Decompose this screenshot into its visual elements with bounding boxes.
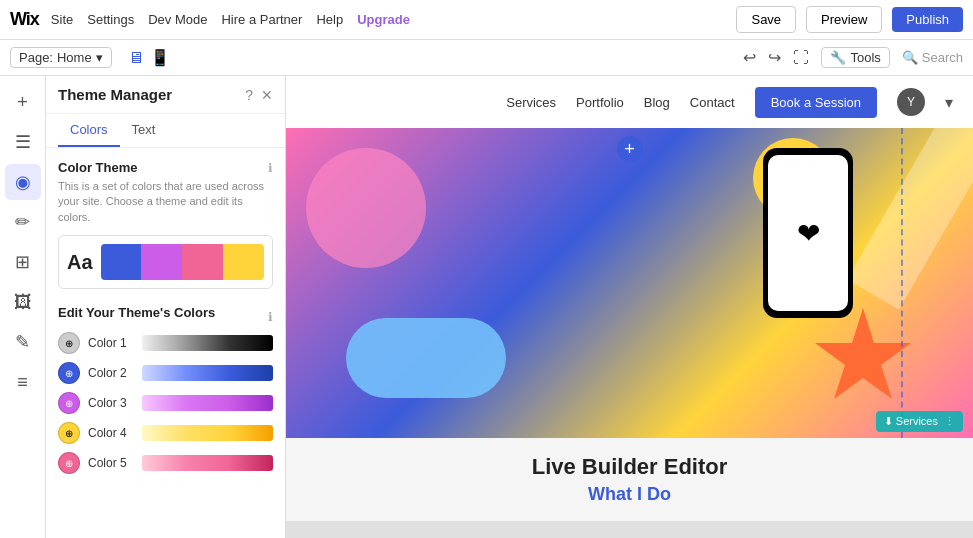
nav-settings[interactable]: Settings (87, 12, 134, 27)
theme-panel-body: Color Theme ℹ This is a set of colors th… (46, 148, 285, 538)
theme-panel-title: Theme Manager (58, 86, 172, 103)
help-icon[interactable]: ? (245, 87, 253, 103)
nav-contact[interactable]: Contact (690, 95, 735, 110)
color-gradient-1[interactable] (142, 335, 273, 351)
swatch-3 (182, 244, 223, 280)
edit-section-header: Edit Your Theme's Colors ℹ (58, 305, 273, 328)
chevron-down-icon[interactable]: ▾ (945, 93, 953, 112)
nav-blog[interactable]: Blog (644, 95, 670, 110)
tab-text[interactable]: Text (120, 114, 168, 147)
phone-screen: ❤ (768, 155, 848, 311)
top-bar: Wix Site Settings Dev Mode Hire a Partne… (0, 0, 973, 40)
color-gradient-2[interactable] (142, 365, 273, 381)
color-dot-4[interactable]: ⊕ (58, 422, 80, 444)
tools-button[interactable]: 🔧 Tools (821, 47, 889, 68)
color-theme-title: Color Theme (58, 160, 137, 175)
page-label: Page: (19, 50, 53, 65)
nav-site[interactable]: Site (51, 12, 73, 27)
search-label: Search (922, 50, 963, 65)
sidebar-icon-add[interactable]: + (5, 84, 41, 120)
sidebar-icon-theme[interactable]: ◉ (5, 164, 41, 200)
dashed-line (901, 128, 903, 438)
color-dot-1[interactable]: ⊕ (58, 332, 80, 354)
save-button[interactable]: Save (736, 6, 796, 33)
color-row-5: ⊕ Color 5 (58, 452, 273, 474)
device-icons: 🖥 📱 (128, 48, 170, 67)
color-row-1: ⊕ Color 1 (58, 332, 273, 354)
desktop-icon[interactable]: 🖥 (128, 49, 144, 67)
shape-circle-pink (306, 148, 426, 268)
theme-panel-header: Theme Manager ? ✕ (46, 76, 285, 114)
sidebar-icon-apps[interactable]: ⊞ (5, 244, 41, 280)
search-icon: 🔍 (902, 50, 918, 65)
page-selector[interactable]: Page: Home ▾ (10, 47, 112, 68)
color-dot-3[interactable]: ⊕ (58, 392, 80, 414)
shape-white-bar (847, 128, 973, 310)
undo-button[interactable]: ↩ (743, 48, 756, 67)
tab-colors[interactable]: Colors (58, 114, 120, 147)
color-dot-2[interactable]: ⊕ (58, 362, 80, 384)
color-theme-header: Color Theme ℹ (58, 160, 273, 175)
preview-button[interactable]: Preview (806, 6, 882, 33)
top-bar-left: Wix Site Settings Dev Mode Hire a Partne… (10, 9, 410, 30)
color-row-2: ⊕ Color 2 (58, 362, 273, 384)
hero-section: ❤ + ⬇ Services ⋮ (286, 128, 973, 438)
shape-blob-blue (346, 318, 506, 398)
what-i-do-title: What I Do (302, 484, 957, 505)
color-gradient-3[interactable] (142, 395, 273, 411)
secondary-right: ↩ ↪ ⛶ 🔧 Tools 🔍 Search (743, 47, 963, 68)
redo-button[interactable]: ↪ (768, 48, 781, 67)
site-header: Services Portfolio Blog Contact Book a S… (286, 76, 973, 128)
color-theme-desc: This is a set of colors that are used ac… (58, 179, 273, 225)
sidebar-icon-edit[interactable]: ✏ (5, 204, 41, 240)
theme-preview[interactable]: Aa (58, 235, 273, 289)
chevron-down-icon: ▾ (96, 50, 103, 65)
tools-icon: 🔧 (830, 50, 846, 65)
header-icons: ? ✕ (245, 87, 273, 103)
wix-logo: Wix (10, 9, 39, 30)
edit-section-title: Edit Your Theme's Colors (58, 305, 215, 320)
site-nav: Services Portfolio Blog Contact (506, 95, 734, 110)
add-section-button[interactable]: + (617, 136, 643, 162)
secondary-bar: Page: Home ▾ 🖥 📱 ↩ ↪ ⛶ 🔧 Tools 🔍 Search (0, 40, 973, 76)
mobile-icon[interactable]: 📱 (150, 48, 170, 67)
color-label-1: Color 1 (88, 336, 134, 350)
publish-button[interactable]: Publish (892, 7, 963, 32)
nav-partner[interactable]: Hire a Partner (221, 12, 302, 27)
theme-panel: Theme Manager ? ✕ Colors Text Color Them… (46, 76, 286, 538)
book-session-button[interactable]: Book a Session (755, 87, 877, 118)
theme-preview-aa: Aa (67, 251, 93, 274)
nav-help[interactable]: Help (316, 12, 343, 27)
color-theme-section: Color Theme ℹ This is a set of colors th… (58, 160, 273, 289)
nav-services[interactable]: Services (506, 95, 556, 110)
main-layout: + ☰ ◉ ✏ ⊞ 🖼 ✎ ≡ Theme Manager ? ✕ Colors… (0, 76, 973, 538)
color-gradient-4[interactable] (142, 425, 273, 441)
close-icon[interactable]: ✕ (261, 87, 273, 103)
color-label-5: Color 5 (88, 456, 134, 470)
color-theme-info-icon[interactable]: ℹ (268, 161, 273, 175)
services-bar-label: ⬇ Services (884, 415, 938, 428)
color-dot-5[interactable]: ⊕ (58, 452, 80, 474)
nav-portfolio[interactable]: Portfolio (576, 95, 624, 110)
phone-mockup: ❤ (763, 148, 853, 318)
nav-upgrade[interactable]: Upgrade (357, 12, 410, 27)
services-bar[interactable]: ⬇ Services ⋮ (876, 411, 963, 432)
color-row-4: ⊕ Color 4 (58, 422, 273, 444)
nav-devmode[interactable]: Dev Mode (148, 12, 207, 27)
sidebar-icon-menu[interactable]: ≡ (5, 364, 41, 400)
live-builder-title: Live Builder Editor (302, 454, 957, 480)
sidebar-icon-pages[interactable]: ☰ (5, 124, 41, 160)
color-label-4: Color 4 (88, 426, 134, 440)
fullscreen-button[interactable]: ⛶ (793, 49, 809, 67)
icon-sidebar: + ☰ ◉ ✏ ⊞ 🖼 ✎ ≡ (0, 76, 46, 538)
edit-section-info-icon[interactable]: ℹ (268, 310, 273, 324)
sidebar-icon-media[interactable]: 🖼 (5, 284, 41, 320)
sidebar-icon-draw[interactable]: ✎ (5, 324, 41, 360)
swatch-1 (101, 244, 142, 280)
color-gradient-5[interactable] (142, 455, 273, 471)
hero-bg-shapes (286, 128, 973, 438)
swatch-4 (223, 244, 264, 280)
avatar[interactable]: Y (897, 88, 925, 116)
top-bar-right: Save Preview Publish (736, 6, 963, 33)
swatch-2 (141, 244, 182, 280)
